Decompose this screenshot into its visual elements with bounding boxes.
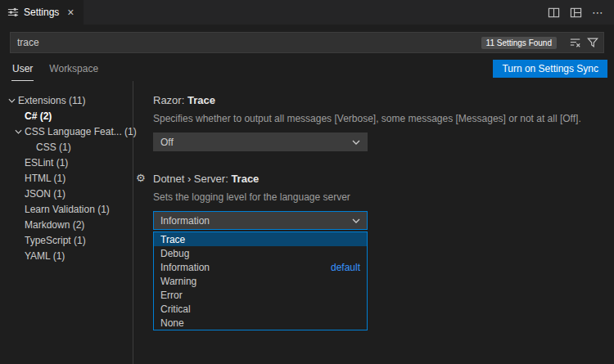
turn-on-settings-sync-button[interactable]: Turn on Settings Sync [493,60,607,78]
tab-user[interactable]: User [11,59,34,81]
chevron-down-icon [5,98,18,103]
toc-item-csharp[interactable]: C# (2) [0,108,133,124]
settings-toc: Extensions (11) C# (2) CSS Language Feat… [0,81,133,364]
editor-actions: ⋯ [548,0,614,25]
option-error[interactable]: Error [154,288,367,302]
settings-tab[interactable]: Settings × [0,0,84,25]
toc-item-yaml[interactable]: YAML (1) [0,248,133,263]
razor-trace-select[interactable]: Off [153,133,368,151]
toc-item-typescript[interactable]: TypeScript (1) [0,232,133,248]
setting-title: Dotnet › Server: Trace [153,173,598,185]
toc-item-eslint[interactable]: ESLint (1) [0,155,133,170]
option-information[interactable]: Information default [154,260,367,274]
toc-item-html[interactable]: HTML (1) [0,170,133,186]
option-trace[interactable]: Trace [154,232,367,246]
toc-item-learn-validation[interactable]: Learn Validation (1) [0,201,133,217]
option-warning[interactable]: Warning [154,274,367,288]
toc-item-markdown[interactable]: Markdown (2) [0,217,133,232]
settings-sliders-icon [7,7,19,18]
settings-search-box: 11 Settings Found [10,32,604,53]
chevron-down-icon [352,140,360,145]
results-count-badge: 11 Settings Found [481,37,557,49]
setting-description: Specifies whether to output all messages… [153,113,598,124]
toc-item-css-language-features[interactable]: CSS Language Feat... (1) [0,124,133,139]
select-value: Information [160,215,210,227]
settings-scope-row: User Workspace Turn on Settings Sync [0,57,614,81]
toc-item-json[interactable]: JSON (1) [0,186,133,201]
settings-search-input[interactable] [17,37,481,48]
dotnet-trace-dropdown: Trace Debug Information default Warning … [153,231,368,330]
clear-search-filters-icon[interactable] [570,37,581,48]
customize-layout-icon[interactable] [570,7,582,19]
setting-razor-trace: Razor: Trace Specifies whether to output… [153,94,598,151]
settings-search-row: 11 Settings Found [0,25,614,57]
toc-item-extensions[interactable]: Extensions (11) [0,92,133,108]
settings-list: Razor: Trace Specifies whether to output… [133,81,614,364]
settings-editor-window: Settings × ⋯ 11 Settings F [0,0,614,364]
editor-tab-bar: Settings × ⋯ [0,0,614,25]
select-value: Off [160,137,174,148]
setting-gear-icon[interactable]: ⚙ [136,172,146,184]
tab-workspace[interactable]: Workspace [48,59,99,81]
option-critical[interactable]: Critical [154,302,367,316]
scope-tabs: User Workspace [11,59,99,81]
toc-item-css[interactable]: CSS (1) [0,139,133,155]
setting-dotnet-server-trace: ⚙ Dotnet › Server: Trace Sets the loggin… [153,173,598,330]
split-editor-icon[interactable] [548,7,560,19]
close-tab-icon[interactable]: × [65,7,75,18]
settings-body: Extensions (11) C# (2) CSS Language Feat… [0,81,614,364]
more-actions-icon[interactable]: ⋯ [592,6,604,19]
dotnet-trace-select[interactable]: Information [153,211,368,230]
default-badge: default [331,262,360,273]
setting-title: Razor: Trace [153,94,598,106]
option-debug[interactable]: Debug [154,246,367,260]
tab-title: Settings [24,7,59,18]
setting-description: Sets the logging level for the language … [153,191,598,203]
option-none[interactable]: None [154,316,367,330]
filter-icon[interactable] [587,37,598,48]
chevron-down-icon [352,218,360,223]
chevron-down-icon [11,129,25,134]
